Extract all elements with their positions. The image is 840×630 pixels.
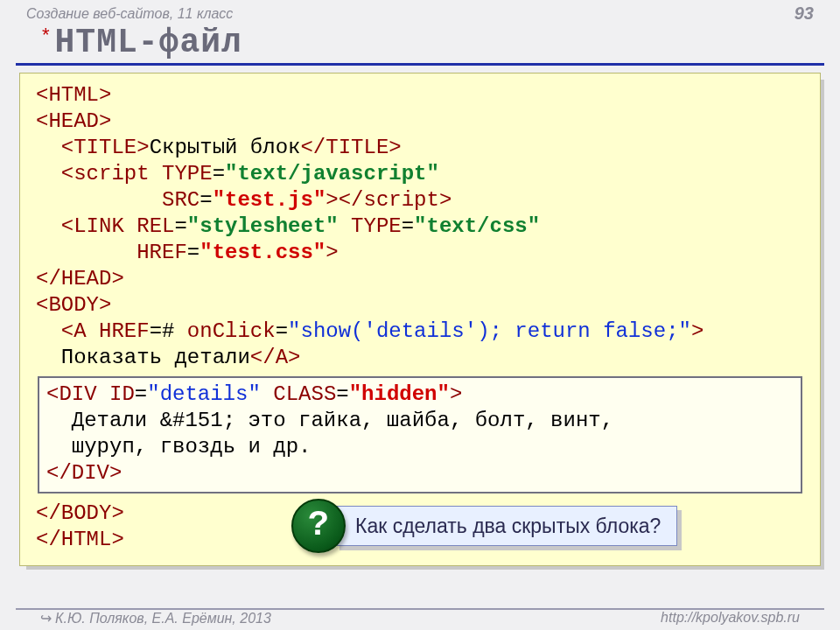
inner-box: <DIV ID="details" CLASS="hidden"> Детали…: [38, 376, 802, 494]
question-text: Как сделать два скрытых блока?: [335, 506, 677, 547]
question-callout: ? Как сделать два скрытых блока?: [291, 499, 677, 553]
tag-body-open: <BODY>: [36, 293, 111, 317]
val-testjs: "test.js": [213, 188, 326, 212]
val-text-js: "text/javascript": [225, 162, 439, 186]
tag-a-open: <A: [61, 319, 87, 343]
code-panel: <HTML> <HEAD> <TITLE>Скрытый блок</TITLE…: [19, 73, 821, 566]
code-panel-wrap: <HTML> <HEAD> <TITLE>Скрытый блок</TITLE…: [19, 73, 821, 566]
slide: Создание веб-сайтов, 11 класс 93 *HTML-ф…: [0, 0, 840, 630]
link-close: >: [326, 241, 338, 264]
tag-div-close: </DIV>: [46, 461, 122, 485]
script-close1: ></scr: [326, 188, 401, 212]
tag-script-open: <script: [61, 162, 150, 186]
script-close2: ipt>: [402, 188, 452, 212]
inner-line1: Детали &#151; это гайка, шайба, болт, ви…: [72, 409, 613, 432]
title-content: Скрытый блок: [150, 136, 301, 159]
tag-body-close: </BODY>: [36, 501, 124, 525]
course-label: Создание веб-сайтов, 11 класс: [26, 6, 233, 22]
tag-link: <LINK: [61, 214, 124, 238]
val-details: "details": [147, 382, 261, 406]
a-close-bracket: >: [691, 319, 704, 343]
tag-html-close: </HTML>: [36, 528, 124, 551]
code-block: <HTML> <HEAD> <TITLE>Скрытый блок</TITLE…: [36, 82, 804, 371]
page-number: 93: [794, 4, 814, 24]
tag-head-open: <HEAD>: [36, 109, 111, 133]
div-close-bracket: >: [450, 382, 462, 406]
a-href-val: #: [162, 319, 174, 343]
inner-code: <DIV ID="details" CLASS="hidden"> Детали…: [46, 382, 794, 486]
page-title: HTML-файл: [55, 24, 242, 61]
tag-a-close: </A>: [250, 346, 301, 369]
tag-html-open: <HTML>: [36, 83, 111, 107]
question-icon: ?: [291, 499, 346, 553]
attr-src: SRC: [162, 188, 200, 212]
attr-id: ID: [109, 382, 135, 406]
val-testcss: "test.css": [200, 241, 326, 264]
inner-line2: шуруп, гвоздь и др.: [72, 435, 312, 458]
footer: ↪К.Ю. Поляков, Е.А. Ерёмин, 2013 http://…: [16, 608, 824, 626]
asterisk-icon: *: [42, 24, 50, 46]
val-hidden: "hidden": [349, 382, 450, 406]
tag-title-open: <TITLE>: [61, 136, 150, 159]
tag-title-close: </TITLE>: [300, 136, 401, 159]
val-stylesheet: "stylesheet": [187, 214, 339, 238]
footer-url: http://kpolyakov.spb.ru: [661, 610, 800, 626]
question-text-wrap: Как сделать два скрытых блока?: [335, 506, 677, 547]
attr-rel: REL: [136, 214, 174, 238]
attr-type2: TYPE: [351, 214, 402, 238]
attr-type: TYPE: [162, 162, 213, 186]
a-text: Показать детали: [61, 346, 250, 369]
onclick-val: "show('details'); return false;": [288, 319, 691, 343]
author-text: К.Ю. Поляков, Е.А. Ерёмин, 2013: [55, 611, 271, 626]
val-textcss: "text/css": [414, 214, 540, 238]
attr-onclick: onClick: [187, 319, 276, 343]
attr-a-href: HREF: [99, 319, 150, 343]
title-row: *HTML-файл: [16, 24, 824, 66]
attr-href: HREF: [136, 241, 187, 264]
arrow-icon: ↪: [40, 611, 52, 626]
tag-head-close: </HEAD>: [36, 267, 124, 290]
header-bar: Создание веб-сайтов, 11 класс 93: [0, 0, 840, 24]
footer-author: ↪К.Ю. Поляков, Е.А. Ерёмин, 2013: [40, 610, 271, 626]
attr-class: CLASS: [273, 382, 336, 406]
tag-div-open: <DIV: [46, 382, 97, 406]
